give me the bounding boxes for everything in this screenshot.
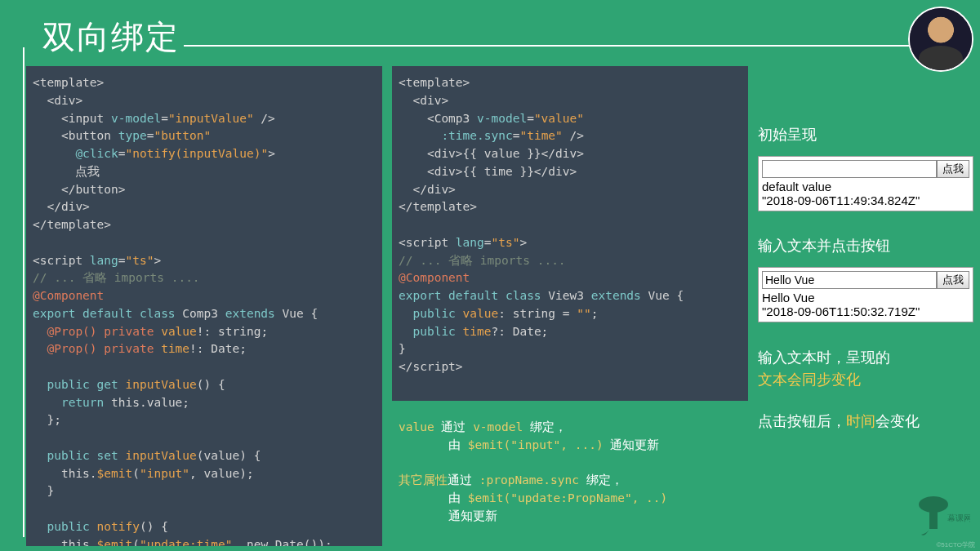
divider-vertical bbox=[23, 47, 24, 537]
copyright-text: ©51CTO学院 bbox=[936, 540, 975, 549]
heading-initial: 初始呈现 bbox=[758, 125, 973, 144]
code-comp3: <template> <div> <input v-model="inputVa… bbox=[26, 66, 382, 546]
presenter-avatar bbox=[908, 7, 973, 72]
demo2-input[interactable] bbox=[762, 271, 937, 289]
code-explanation: value 通过 v-model 绑定， 由 $emit("input", ..… bbox=[392, 411, 748, 545]
note-input-sync: 输入文本时，呈现的 文本会同步变化 bbox=[758, 347, 973, 391]
demo1-line2: "2018-09-06T11:49:34.824Z" bbox=[762, 193, 969, 207]
main-content: <template> <div> <input v-model="inputVa… bbox=[0, 66, 980, 546]
heading-after-input: 输入文本并点击按钮 bbox=[758, 236, 973, 256]
demo1-button[interactable]: 点我 bbox=[937, 160, 969, 178]
svg-rect-1 bbox=[929, 509, 938, 529]
demo1-line1: default value bbox=[762, 180, 969, 193]
demo1-input[interactable] bbox=[762, 160, 937, 178]
slide-title: 双向绑定 bbox=[0, 0, 980, 66]
demo-after: 点我 Hello Vue "2018-09-06T11:50:32.719Z" bbox=[758, 267, 973, 322]
svg-text:幕课网: 幕课网 bbox=[947, 513, 970, 522]
demo-initial: 点我 default value "2018-09-06T11:49:34.82… bbox=[758, 156, 973, 211]
code-view3: <template> <div> <Comp3 v-model="value" … bbox=[392, 66, 748, 401]
watermark-logo-icon: 幕课网 bbox=[913, 492, 970, 541]
divider-horizontal bbox=[184, 45, 968, 47]
note-time-update: 点击按钮后，时间会变化 bbox=[758, 411, 973, 433]
demo2-button[interactable]: 点我 bbox=[937, 271, 969, 289]
demo2-line2: "2018-09-06T11:50:32.719Z" bbox=[762, 304, 969, 318]
demo2-line1: Hello Vue bbox=[762, 291, 969, 304]
